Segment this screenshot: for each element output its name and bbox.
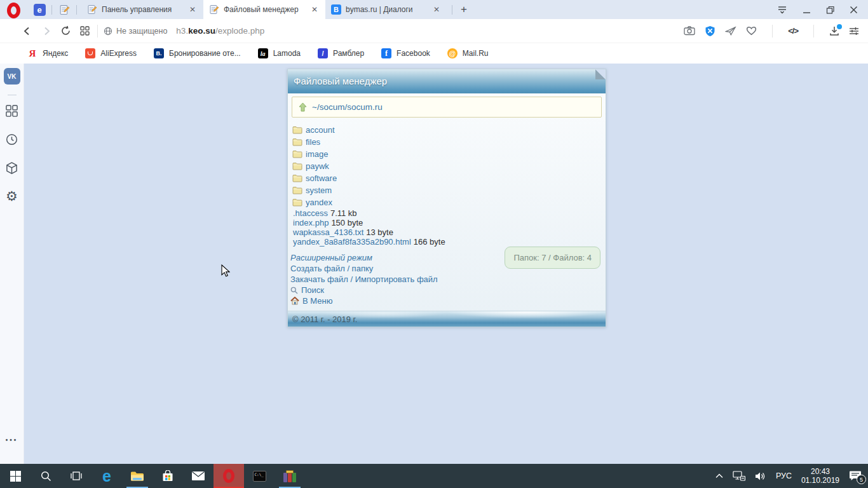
url-field[interactable]: h3.keo.su/explode.php [176,26,264,36]
reload-button[interactable] [58,25,72,36]
settings-gear-icon[interactable]: ⚙ [6,190,18,203]
language-indicator[interactable]: РУС [776,471,792,480]
tab-bymas[interactable]: B bymas.ru | Диалоги ✕ [325,0,447,19]
opera-logo-icon[interactable] [7,3,20,18]
folder-link[interactable]: yandex [306,198,332,207]
vk-messenger-icon[interactable]: VK [4,68,20,85]
bookmark-lamoda[interactable]: laLamoda [258,48,301,58]
tab-control-panel[interactable]: Панель управления ✕ [81,0,203,19]
upload-import-link[interactable]: Закачать файл / Импортировать файл [290,274,438,284]
pinned-tab-e[interactable]: e [32,2,47,17]
address-bar: Не защищено h3.keo.su/explode.php </> [0,19,868,43]
volume-icon[interactable] [755,471,766,481]
taskbar-explorer-button[interactable] [122,464,153,488]
file-row: wapkassa_4136.txt13 byte [290,227,603,237]
dev-code-icon[interactable]: </> [788,26,798,36]
bookmarks-bar: ЯЯндекс AliExpress B.Бронирование оте...… [0,43,868,64]
start-button[interactable] [0,464,31,488]
folder-row: paywk [290,160,603,172]
lamoda-icon: la [258,48,268,58]
pinned-tab-notepad[interactable] [57,2,72,17]
restore-button[interactable] [826,6,834,14]
taskbar-search-button[interactable] [31,464,61,488]
actions-section: Расширенный режим Создать файл / папку З… [288,247,606,311]
bookmark-rambler[interactable]: /Рамблер [318,48,364,58]
file-row: index.php150 byte [290,218,603,227]
folder-link[interactable]: files [306,137,320,147]
bookmark-aliexpress[interactable]: AliExpress [85,48,137,58]
task-view-button[interactable] [61,464,92,488]
taskbar-edge-button[interactable]: e [92,464,122,488]
search-link[interactable]: Поиск [301,285,324,295]
tab-menu-icon[interactable] [777,6,787,14]
back-button[interactable] [20,26,34,36]
stats-badge: Папок: 7 / Файлов: 4 [505,247,600,269]
folder-link[interactable]: system [306,186,332,195]
file-size: 150 byte [331,218,363,227]
sidebar-more-icon[interactable]: ••• [6,437,18,444]
file-size: 13 byte [366,227,393,237]
notepad-icon [59,4,70,15]
current-path-link[interactable]: ~/socum/socum.ru [312,102,383,112]
to-menu-link[interactable]: В Меню [302,296,332,306]
tray-date: 01.10.2019 [801,476,839,485]
tray-expand-chevron-icon[interactable] [715,473,723,478]
folder-icon [292,150,302,158]
create-file-folder-link[interactable]: Создать файл / папку [290,264,373,273]
folder-link[interactable]: account [306,125,335,135]
bookmark-booking[interactable]: B.Бронирование оте... [154,48,241,58]
folder-row: image [290,148,603,160]
edge-icon: e [102,468,111,484]
e-logo-icon: e [34,4,46,16]
file-link[interactable]: wapkassa_4136.txt [293,227,363,237]
speed-dial-grid-icon[interactable] [5,104,18,118]
taskbar-mail-button[interactable] [183,464,214,488]
panel-title: Файловый менеджер [294,76,387,86]
speed-dial-icon[interactable] [78,26,92,36]
new-tab-button[interactable]: + [461,3,467,16]
clock[interactable]: 20:43 01.10.2019 [801,467,839,485]
aliexpress-icon [85,48,95,58]
file-link[interactable]: .htaccess [293,208,328,218]
advanced-mode-link[interactable]: Расширенный режим [290,253,372,262]
up-arrow-icon[interactable] [299,102,307,112]
screen: e Панель управления ✕ Файловый менеджер … [0,0,868,488]
folder-link[interactable]: software [306,173,337,183]
bookmark-facebook[interactable]: fFacebook [381,48,430,58]
security-label: Не защищено [116,27,167,36]
history-clock-icon[interactable] [5,133,18,146]
action-center-button[interactable]: 5 [849,470,862,482]
folder-icon [292,138,302,146]
snapshot-camera-icon[interactable] [684,26,695,36]
folder-icon [292,162,302,170]
extensions-cube-icon[interactable] [5,161,18,175]
bookmark-mailru[interactable]: @Mail.Ru [447,48,489,58]
taskbar-opera-button[interactable] [214,464,244,488]
my-flow-icon[interactable] [725,26,736,36]
close-window-button[interactable] [850,6,858,14]
file-link[interactable]: yandex_8a8af8fa335a2b90.html [293,237,411,247]
taskbar-store-button[interactable] [153,464,183,488]
easy-setup-sliders-icon[interactable] [849,27,859,36]
tab-close-icon[interactable]: ✕ [431,5,442,14]
search-icon [41,471,51,482]
bookmark-heart-icon[interactable] [746,26,757,36]
site-security-badge[interactable]: Не защищено [104,27,167,36]
taskbar-cmd-button[interactable]: C:\_ [244,464,275,488]
bookmark-yandex[interactable]: ЯЯндекс [27,48,68,58]
divider [97,25,98,37]
taskbar-winrar-button[interactable] [275,464,305,488]
forward-button[interactable] [39,26,53,36]
address-bar-actions: </> [684,25,868,37]
adblock-shield-icon[interactable] [705,25,715,37]
rambler-icon: / [318,48,328,58]
network-icon[interactable] [733,471,745,481]
tab-close-icon[interactable]: ✕ [187,5,198,14]
file-link[interactable]: index.php [293,218,329,227]
folder-link[interactable]: image [306,149,328,159]
downloads-button[interactable] [829,26,839,36]
minimize-button[interactable] [803,6,811,14]
folder-link[interactable]: paywk [306,161,329,171]
tab-file-manager-active[interactable]: Файловый менеджер ✕ [203,0,325,19]
tab-close-icon[interactable]: ✕ [309,5,320,14]
